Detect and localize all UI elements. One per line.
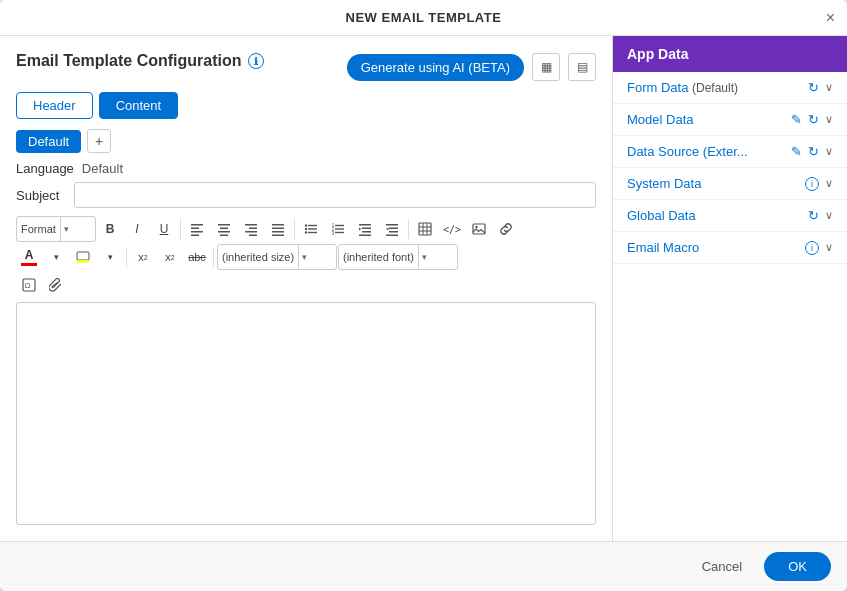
app-data-label-data-source: Data Source (Exter... — [627, 144, 791, 159]
svg-marker-35 — [386, 228, 389, 231]
generate-ai-button[interactable]: Generate using AI (BETA) — [347, 54, 524, 81]
separator-4 — [126, 247, 127, 267]
app-data-item-global-data[interactable]: Global Data ↻ ∨ — [613, 200, 847, 232]
global-data-refresh-button[interactable]: ↻ — [808, 208, 819, 223]
svg-rect-13 — [272, 228, 284, 230]
svg-rect-0 — [191, 224, 203, 226]
code-button[interactable]: </> — [439, 216, 465, 242]
font-arrow-icon: ▾ — [418, 245, 430, 269]
special-char-button[interactable]: Ω — [16, 272, 42, 298]
align-center-button[interactable] — [211, 216, 237, 242]
svg-rect-21 — [308, 232, 317, 233]
svg-rect-2 — [191, 231, 203, 233]
svg-rect-1 — [191, 228, 199, 230]
tab-header[interactable]: Header — [16, 92, 93, 119]
subject-input[interactable] — [74, 182, 596, 208]
data-source-refresh-button[interactable]: ↻ — [808, 144, 819, 159]
email-macro-info-icon: i — [805, 241, 819, 255]
model-data-edit-button[interactable]: ✎ — [791, 112, 802, 127]
data-source-icons: ✎ ↻ ∨ — [791, 144, 833, 159]
svg-rect-29 — [362, 228, 371, 230]
bg-color-dropdown-button[interactable]: ▾ — [97, 244, 123, 270]
add-tab-button[interactable]: + — [87, 129, 111, 153]
close-button[interactable]: × — [826, 10, 835, 26]
ok-button[interactable]: OK — [764, 552, 831, 581]
separator-1 — [180, 219, 181, 239]
subscript-button[interactable]: x2 — [130, 244, 156, 270]
align-right-button[interactable] — [238, 216, 264, 242]
app-data-item-model-data[interactable]: Model Data ✎ ↻ ∨ — [613, 104, 847, 136]
list-ol-button[interactable]: 1.2.3. — [325, 216, 351, 242]
font-dropdown[interactable]: (inherited font) ▾ — [338, 244, 458, 270]
attachment-button[interactable] — [43, 272, 69, 298]
modal-title: NEW EMAIL TEMPLATE — [346, 10, 502, 25]
app-data-item-form-data[interactable]: Form Data (Default) ↻ ∨ — [613, 72, 847, 104]
align-right-icon — [244, 222, 258, 236]
font-color-dropdown-button[interactable]: ▾ — [43, 244, 69, 270]
svg-point-18 — [305, 228, 307, 230]
outdent-button[interactable] — [352, 216, 378, 242]
svg-rect-5 — [220, 228, 228, 230]
main-panel: Email Template Configuration ℹ Generate … — [0, 36, 612, 541]
toolbar-row-1: Format ▾ B I U — [16, 216, 596, 242]
form-data-default-text: (Default) — [692, 81, 738, 95]
data-source-edit-button[interactable]: ✎ — [791, 144, 802, 159]
app-data-item-system-data[interactable]: System Data i ∨ — [613, 168, 847, 200]
config-info-icon[interactable]: ℹ — [248, 53, 264, 69]
model-data-refresh-button[interactable]: ↻ — [808, 112, 819, 127]
cancel-button[interactable]: Cancel — [690, 553, 754, 580]
strikethrough-button[interactable]: abc — [184, 244, 210, 270]
svg-rect-31 — [362, 231, 371, 233]
italic-button[interactable]: I — [124, 216, 150, 242]
language-value: Default — [82, 161, 123, 176]
system-data-icons: i ∨ — [805, 177, 833, 191]
modal-footer: Cancel OK — [0, 541, 847, 591]
app-data-item-data-source[interactable]: Data Source (Exter... ✎ ↻ ∨ — [613, 136, 847, 168]
size-dropdown[interactable]: (inherited size) ▾ — [217, 244, 337, 270]
format-arrow-icon: ▾ — [60, 217, 72, 241]
app-data-label-system-data: System Data — [627, 176, 805, 191]
layout1-button[interactable]: ▦ — [532, 53, 560, 81]
svg-rect-33 — [386, 224, 398, 226]
svg-point-20 — [305, 231, 307, 233]
default-tab-button[interactable]: Default — [16, 130, 81, 153]
svg-rect-32 — [359, 235, 371, 237]
form-data-refresh-button[interactable]: ↻ — [808, 80, 819, 95]
superscript-button[interactable]: x2 — [157, 244, 183, 270]
svg-rect-11 — [249, 235, 257, 237]
tab-content[interactable]: Content — [99, 92, 179, 119]
bg-color-group: ▾ — [70, 244, 123, 270]
list-ul-button[interactable] — [298, 216, 324, 242]
attachment-icon — [49, 278, 63, 292]
modal-body: Email Template Configuration ℹ Generate … — [0, 36, 847, 541]
indent-button[interactable] — [379, 216, 405, 242]
layout2-button[interactable]: ▤ — [568, 53, 596, 81]
table-button[interactable] — [412, 216, 438, 242]
bold-button[interactable]: B — [97, 216, 123, 242]
link-button[interactable] — [493, 216, 519, 242]
app-data-item-email-macro[interactable]: Email Macro i ∨ — [613, 232, 847, 264]
format-dropdown[interactable]: Format ▾ — [16, 216, 96, 242]
app-data-list: Form Data (Default) ↻ ∨ Model Data ✎ ↻ ∨ — [613, 72, 847, 541]
svg-rect-12 — [272, 224, 284, 226]
special-char-icon: Ω — [22, 278, 36, 292]
layout1-icon: ▦ — [541, 60, 552, 74]
email-macro-info-button[interactable]: i — [805, 241, 819, 255]
align-justify-button[interactable] — [265, 216, 291, 242]
align-left-button[interactable] — [184, 216, 210, 242]
underline-button[interactable]: U — [151, 216, 177, 242]
svg-rect-9 — [249, 228, 257, 230]
model-data-chevron-icon: ∨ — [825, 113, 833, 126]
editor-area[interactable] — [16, 302, 596, 525]
app-data-label-form-data: Form Data (Default) — [627, 80, 808, 95]
system-data-info-button[interactable]: i — [805, 177, 819, 191]
top-row: Email Template Configuration ℹ Generate … — [16, 52, 596, 82]
svg-rect-8 — [245, 224, 257, 226]
image-button[interactable] — [466, 216, 492, 242]
model-data-icons: ✎ ↻ ∨ — [791, 112, 833, 127]
font-color-group: A ▾ — [16, 244, 69, 270]
font-color-button[interactable]: A — [16, 244, 42, 270]
svg-rect-6 — [218, 231, 230, 233]
bg-color-button[interactable] — [70, 244, 96, 270]
format-label: Format — [17, 223, 60, 235]
